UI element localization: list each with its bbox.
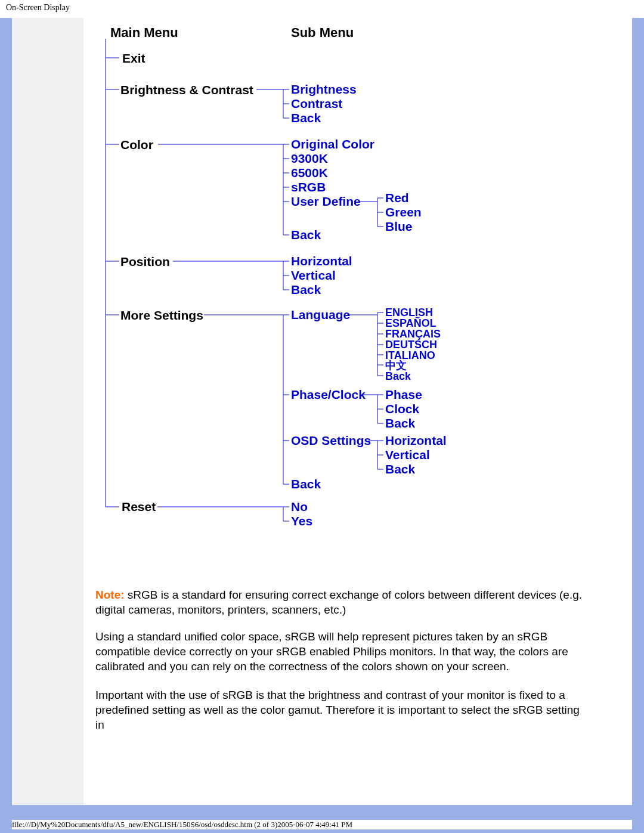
reset-yes: Yes [291,514,312,528]
sub-pos-back: Back [291,283,321,297]
sub-color-back: Back [291,228,321,242]
paragraph-3: Important with the use of sRGB is that t… [95,688,590,732]
sub-9300k: 9300K [291,151,328,166]
sub-bc-back: Back [291,111,321,125]
sub-user-define: User Define [291,194,361,209]
page-header: On-Screen Display [0,0,644,18]
col-main-menu: Main Menu [110,25,178,41]
sub-horizontal: Horizontal [291,254,352,268]
osd-tree-diagram: Main Menu Sub Menu Exit Brightness & Con… [83,18,632,805]
sub-more-back: Back [291,477,321,491]
sub-osd-settings: OSD Settings [291,433,371,448]
main-exit: Exit [122,51,145,66]
sub-vertical: Vertical [291,268,336,283]
phase-phase: Phase [385,388,422,402]
paragraph-2: Using a standard unified color space, sR… [95,629,590,674]
main-position: Position [120,255,170,269]
sub-phase-clock: Phase/Clock [291,388,366,402]
phase-clock: Clock [385,402,419,416]
lang-zhongwen: 中文 [385,360,407,371]
lang-deutsch: DEUTSCH [385,339,437,351]
sub-srgb: sRGB [291,180,326,194]
col-sub-menu: Sub Menu [291,25,354,41]
sub-blue: Blue [385,219,413,234]
sub-language: Language [291,308,350,322]
main-color: Color [120,138,153,152]
lang-english: ENGLISH [385,306,433,318]
reset-no: No [291,500,308,514]
note-label: Note: [95,589,125,601]
page-title: On-Screen Display [6,3,70,12]
left-sidebar [12,18,83,805]
content: Main Menu Sub Menu Exit Brightness & Con… [10,18,634,805]
tree-connector-lines [83,18,632,805]
sub-brightness: Brightness [291,82,357,97]
sub-original-color: Original Color [291,137,374,151]
main-more-settings: More Settings [120,308,203,323]
sub-contrast: Contrast [291,97,342,111]
sub-green: Green [385,205,422,219]
sub-6500k: 6500K [291,166,328,180]
sub-red: Red [385,191,409,205]
footer-path: file:///D|/My%20Documents/dfu/A5_new/ENG… [12,820,632,829]
note-paragraph: Note: sRGB is a standard for ensuring co… [95,587,590,617]
main-reset: Reset [122,500,156,514]
lang-francais: FRANÇAIS [385,328,441,340]
osd-back: Back [385,462,415,476]
main-brightness-contrast: Brightness & Contrast [120,83,253,97]
phase-back: Back [385,416,415,431]
osd-horizontal: Horizontal [385,433,447,448]
lang-espanol: ESPAÑOL [385,317,436,329]
lang-back: Back [385,370,411,382]
note-rest: sRGB is a standard for ensuring correct … [95,589,582,616]
osd-vertical: Vertical [385,448,430,462]
